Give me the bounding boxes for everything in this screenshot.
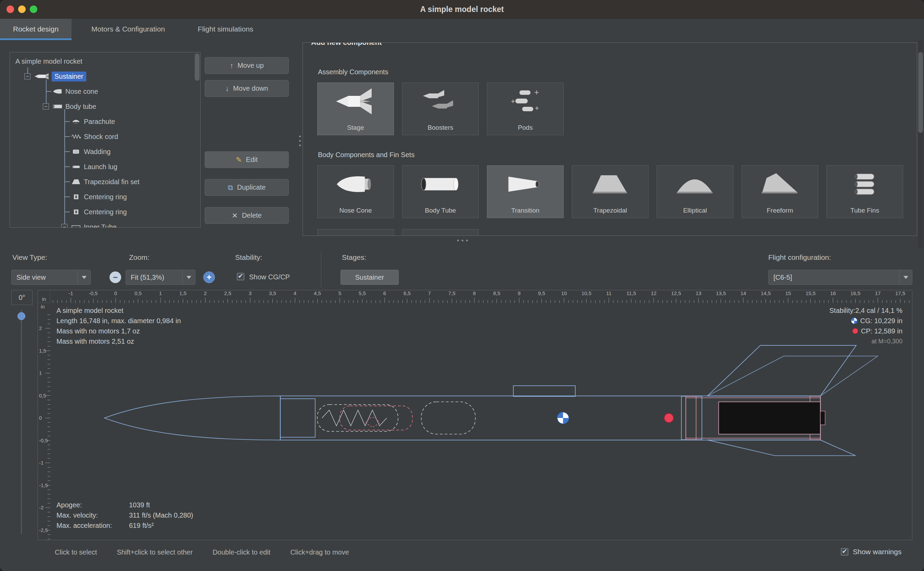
rotation-slider-handle[interactable] — [17, 312, 25, 320]
zoom-select[interactable]: Fit (51,3%) — [126, 270, 196, 285]
svg-text:14: 14 — [741, 290, 746, 296]
svg-text:5: 5 — [339, 290, 341, 296]
svg-text:11: 11 — [606, 290, 611, 296]
arrow-down-icon: ↓ — [225, 85, 229, 93]
zoom-out-button[interactable]: − — [109, 272, 121, 283]
flight-config-select[interactable]: [C6-5] — [768, 270, 912, 285]
stages-label: Stages: — [342, 253, 366, 262]
horizontal-ruler: -1-0,500,511,522,533,544,555,566,577,588… — [50, 290, 912, 303]
tree-item-label: Inner Tube — [84, 223, 117, 228]
delete-icon: ✕ — [232, 211, 238, 220]
palette-button-trapezoidal[interactable]: Trapezoidal — [572, 165, 648, 218]
tree-item-label: Wadding — [84, 148, 111, 156]
innertube-icon — [71, 224, 81, 228]
tree-item-shock-cord[interactable]: Shock cord — [10, 129, 200, 144]
tree-item-centering-ring[interactable]: Centering ring — [10, 204, 200, 219]
tabbar: Rocket design Motors & Configuration Fli… — [0, 19, 924, 40]
parachute-icon — [71, 119, 81, 125]
palette-section-heading: Assembly Components — [318, 68, 388, 76]
svg-text:10: 10 — [561, 290, 567, 296]
controls-divider — [321, 252, 321, 287]
palette-button-body-tube[interactable]: Body Tube — [402, 165, 479, 218]
svg-text:11,5: 11,5 — [626, 290, 636, 296]
tubefins-icon — [827, 170, 903, 199]
palette-button-stage[interactable]: Stage — [317, 82, 394, 135]
tree-item-wadding[interactable]: Wadding — [10, 144, 200, 159]
palette-button-freeform[interactable]: Freeform — [742, 165, 818, 218]
vertical-ruler: in-2,5-2-1,5-1-0,500,511,52 — [38, 303, 50, 540]
svg-text:-0,5: -0,5 — [39, 437, 48, 443]
bodytube-icon — [402, 170, 479, 199]
palette-button-label: Body Tube — [425, 207, 456, 214]
cp-icon — [852, 328, 858, 334]
tree-item-sustainer[interactable]: Sustainer — [10, 69, 200, 84]
palette-button-partial[interactable] — [402, 229, 479, 236]
chevron-down-icon — [78, 270, 90, 284]
tree-item-inner-tube[interactable]: Inner Tube — [10, 219, 200, 228]
palette-button-pods[interactable]: Pods — [487, 82, 564, 135]
tree-item-label: Nose cone — [65, 88, 98, 96]
show-cgcp-checkbox[interactable] — [237, 273, 244, 280]
stage-icon — [317, 87, 394, 116]
svg-text:0: 0 — [39, 415, 42, 421]
svg-text:6: 6 — [383, 290, 386, 296]
tab-motors-configuration[interactable]: Motors & Configuration — [79, 19, 178, 40]
svg-text:15: 15 — [785, 290, 791, 296]
palette-button-tube-fins[interactable]: Tube Fins — [827, 165, 903, 218]
tree-expander-icon[interactable]: − — [43, 103, 49, 110]
view-type-select[interactable]: Side view — [11, 270, 91, 285]
stability-info: Stability:2,4 cal / 14,1 % CG: 10,229 in… — [830, 306, 902, 346]
tree-item-parachute[interactable]: Parachute — [10, 114, 200, 129]
rotation-slider-track[interactable] — [21, 310, 22, 534]
move-down-button[interactable]: ↓Move down — [205, 80, 289, 97]
palette-button-label: Tube Fins — [850, 207, 879, 214]
palette-button-boosters[interactable]: Boosters — [402, 82, 479, 135]
tree-item-body-tube[interactable]: Body tube — [10, 99, 200, 114]
flight-info: Apogee:1039 ft Max. velocity:311 ft/s (M… — [57, 500, 193, 531]
svg-text:12,5: 12,5 — [671, 290, 681, 296]
palette-button-partial[interactable] — [317, 229, 394, 236]
rocket-info: A simple model rocket Length 16,748 in, … — [57, 306, 181, 346]
tree-expander-icon[interactable]: − — [24, 73, 31, 79]
hint-text: Click to select — [55, 548, 97, 556]
tree-item-launch-lug[interactable]: Launch lug — [10, 159, 200, 174]
svg-text:15,5: 15,5 — [805, 290, 816, 296]
tree-item-trapezoidal-fin-set[interactable]: Trapezoidal fin set — [10, 174, 200, 189]
duplicate-button[interactable]: ⧉Duplicate — [205, 179, 289, 196]
tree-item-centering-ring[interactable]: Centering ring — [10, 189, 200, 204]
palette-button-transition[interactable]: Transition — [487, 165, 564, 218]
tab-flight-simulations[interactable]: Flight simulations — [185, 19, 266, 40]
pods-icon — [487, 87, 563, 116]
tree-expander-icon[interactable]: − — [61, 224, 68, 228]
palette-button-nose-cone[interactable]: Nose Cone — [317, 165, 394, 218]
svg-text:9,5: 9,5 — [538, 290, 545, 296]
show-warnings-checkbox[interactable] — [841, 548, 849, 556]
zoom-in-button[interactable]: + — [203, 272, 215, 283]
tree-item-a-simple-model-rocket[interactable]: A simple model rocket — [10, 54, 200, 69]
edit-button[interactable]: ✎Edit — [205, 151, 289, 168]
stage-toggle-sustainer[interactable]: Sustainer — [340, 270, 399, 285]
panel-scrollbar[interactable] — [918, 40, 923, 247]
rotation-indicator: 0° — [11, 290, 32, 305]
svg-text:7,5: 7,5 — [448, 290, 456, 296]
window-title: A simple model rocket — [0, 0, 924, 19]
palette-button-label: Freeform — [767, 207, 793, 214]
cg-icon — [851, 317, 858, 324]
tab-rocket-design[interactable]: Rocket design — [0, 19, 71, 40]
rocket-view-canvas[interactable]: in -1-0,500,511,522,533,544,555,566,577,… — [38, 290, 912, 540]
palette-button-elliptical[interactable]: Elliptical — [657, 165, 733, 218]
transition-icon — [487, 170, 563, 199]
trapezoidal-icon — [572, 170, 648, 199]
pencil-icon: ✎ — [236, 156, 242, 164]
svg-text:0: 0 — [114, 290, 117, 296]
tree-item-nose-cone[interactable]: Nose cone — [10, 84, 200, 99]
component-tree[interactable]: A simple model rocket−SustainerNose cone… — [9, 52, 200, 228]
flight-config-label: Flight configuration: — [768, 253, 831, 262]
palette-button-label: Pods — [518, 124, 533, 131]
tree-item-label: Centering ring — [84, 193, 127, 201]
delete-button[interactable]: ✕Delete — [205, 207, 289, 224]
move-up-button[interactable]: ↑Move up — [205, 57, 289, 74]
svg-text:4,5: 4,5 — [314, 290, 321, 296]
ring-icon — [71, 209, 81, 215]
fin-icon — [71, 179, 81, 185]
